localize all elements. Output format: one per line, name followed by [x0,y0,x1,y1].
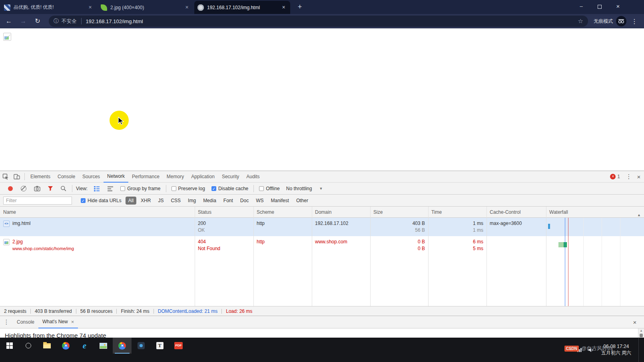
taskbar-browser[interactable] [56,338,75,354]
offline-checkbox[interactable]: Offline [259,186,279,191]
filter-pill-other[interactable]: Other [293,197,311,205]
devtools-close-icon[interactable] [634,173,644,180]
taskbar-search-button[interactable] [19,338,38,354]
col-waterfall[interactable]: Waterfall [546,209,644,215]
filter-pill-css[interactable]: CSS [168,197,183,205]
url-text[interactable]: 192.168.17.102/img.html [86,18,143,24]
back-button[interactable] [3,16,14,27]
tab-network[interactable]: Network [104,171,128,183]
preserve-log-checkbox[interactable]: Preserve log [171,186,205,191]
bookmark-star-icon[interactable] [578,18,583,25]
tab-close-icon[interactable] [87,4,94,11]
tab-console[interactable]: Console [54,171,79,183]
devtools-panel: Elements Console Sources Network Perform… [0,171,644,338]
devtools-menu-icon[interactable] [624,173,634,180]
filter-pill-js[interactable]: JS [155,197,166,205]
tab-close-icon[interactable] [280,4,287,11]
disable-cache-checkbox[interactable]: Disable cache [211,186,248,191]
search-icon[interactable] [60,185,66,191]
filter-pill-img[interactable]: Img [185,197,199,205]
maximize-button[interactable] [590,0,609,13]
domain: www.shop.com [315,239,367,245]
filter-pill-all[interactable]: All [126,197,136,205]
taskbar-photo-viewer[interactable] [94,338,113,354]
taskbar-typora[interactable] [150,338,169,354]
table-header: Name Status Scheme Domain Size Time Cach… [0,207,644,218]
col-domain[interactable]: Domain [312,209,370,215]
request-row-2jpg[interactable]: 2.jpg www.shop.com/static/home/img 404 N… [0,236,644,255]
filter-pill-media[interactable]: Media [200,197,219,205]
request-row-imghtml[interactable]: img.html 200 OK http 192.168.17.102 403 … [0,218,644,236]
window-close-button[interactable] [609,0,627,13]
new-tab-button[interactable] [294,2,305,13]
group-by-frame-checkbox[interactable]: Group by frame [120,186,160,191]
browser-tab-pinyougou[interactable]: 品优购, 优质! 优质! [1,1,97,14]
error-count-badge[interactable]: 1 [610,174,620,179]
tab-security[interactable]: Security [218,171,243,183]
filter-input[interactable] [3,197,72,205]
incognito-avatar-icon[interactable] [616,16,626,26]
taskbar-internet-explorer[interactable] [75,338,94,354]
col-scheme[interactable]: Scheme [253,209,312,215]
broken-image-icon [3,33,11,41]
taskbar-pdf-reader[interactable] [169,338,188,354]
tab-sources[interactable]: Sources [79,171,104,183]
minimize-button[interactable] [572,0,590,13]
devtools-tab-bar: Elements Console Sources Network Perform… [0,171,644,183]
view-small-rows-icon[interactable] [94,186,100,191]
tab-performance[interactable]: Performance [128,171,163,183]
drawer-close-icon[interactable] [629,319,641,326]
tab-close-icon[interactable] [183,4,190,11]
filter-pill-font[interactable]: Font [221,197,236,205]
scrollbar[interactable] [638,328,644,338]
time-latency: 5 ms [431,245,483,252]
checkbox-label: Hide data URLs [88,198,122,203]
filter-pill-ws[interactable]: WS [253,197,266,205]
security-label[interactable]: 不安全 [62,18,77,25]
forward-button[interactable] [18,16,29,27]
record-button[interactable] [8,186,13,191]
inspect-element-icon[interactable] [0,171,11,182]
tab-elements[interactable]: Elements [27,171,54,183]
tab-close-icon[interactable] [71,316,74,328]
throttling-dropdown[interactable]: No throttling [286,186,323,191]
taskbar-file-explorer[interactable] [38,338,56,354]
screenshot-camera-icon[interactable] [34,186,40,191]
hide-data-urls-checkbox[interactable]: Hide data URLs [81,198,122,203]
clear-icon[interactable] [21,186,26,191]
view-overview-icon[interactable] [107,186,114,191]
windows-logo-icon [6,342,13,349]
scrollbar-thumb[interactable] [640,334,643,337]
window-controls [572,0,627,13]
drawer-menu-icon[interactable] [0,318,13,326]
browser-tab-imghtml[interactable]: 192.168.17.102/img.html [194,1,290,14]
start-button[interactable] [0,338,19,354]
drawer-tab-whats-new[interactable]: What's New [38,316,78,328]
filter-funnel-icon[interactable] [48,186,53,191]
drawer-tab-console[interactable]: Console [13,316,38,328]
browser-menu-icon[interactable] [630,18,639,25]
col-size[interactable]: Size [370,209,428,215]
reload-button[interactable] [32,16,43,27]
network-table: Name Status Scheme Domain Size Time Cach… [0,207,644,306]
filter-pill-manifest[interactable]: Manifest [268,197,292,205]
taskbar-chrome-active[interactable] [113,338,132,354]
address-bar[interactable]: 不安全 192.168.17.102/img.html [49,16,588,27]
tab-memory[interactable]: Memory [163,171,187,183]
request-path: www.shop.com/static/home/img [12,245,74,252]
tab-application[interactable]: Application [187,171,218,183]
browser-tab-2jpg[interactable]: 2.jpg (400×400) [98,1,193,14]
scroll-up-icon[interactable] [638,328,644,333]
col-status[interactable]: Status [195,209,253,215]
filter-pill-xhr[interactable]: XHR [138,197,154,205]
col-name[interactable]: Name [0,209,195,215]
cache-control: max-age=3600 [490,220,543,227]
info-icon[interactable] [54,18,59,25]
tab-audits[interactable]: Audits [243,171,263,183]
col-cache-control[interactable]: Cache-Control [486,209,546,215]
show-desktop-button[interactable] [638,338,641,362]
device-toolbar-icon[interactable] [11,171,22,182]
taskbar-recorder-app[interactable] [132,338,150,354]
filter-pill-doc[interactable]: Doc [237,197,251,205]
col-time[interactable]: Time [428,209,486,215]
